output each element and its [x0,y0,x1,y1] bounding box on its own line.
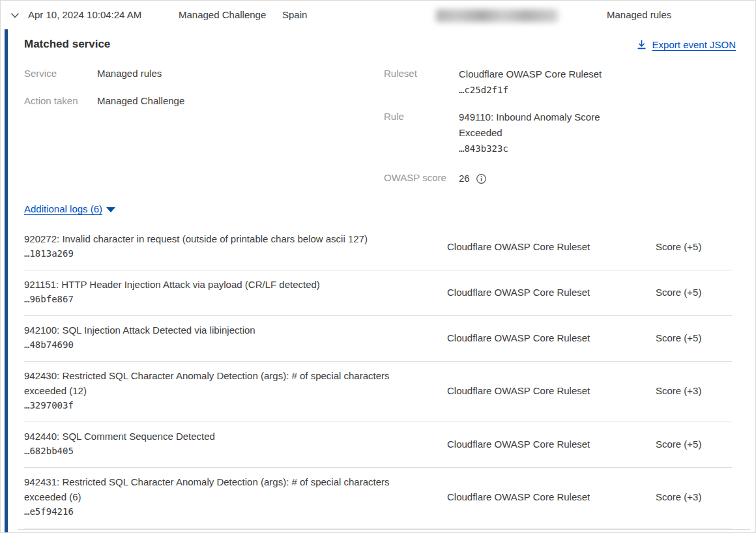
log-rule-description: 942440: SQL Comment Sequence Detected [24,429,421,444]
chevron-down-icon[interactable] [10,10,20,21]
log-rule-id-hash: …3297003f [24,398,421,413]
log-row: 942430: Restricted SQL Character Anomaly… [24,362,732,422]
log-rule-id-hash: …96bfe867 [24,292,421,307]
service-field: Service Managed rules [24,66,184,80]
service-label: Service [24,66,97,80]
next-row-divider [18,529,750,530]
log-score: Score (+3) [656,385,732,396]
panel-title: Matched service [24,38,110,51]
log-description-cell: 942100: SQL Injection Attack Detected vi… [24,323,447,353]
rule-label: Rule [384,109,459,156]
log-rule-id-hash: …48b74690 [24,338,421,353]
log-row: 921151: HTTP Header Injection Attack via… [24,270,732,316]
additional-logs-toggle[interactable]: Additional logs (6) [24,203,115,214]
log-row: 942100: SQL Injection Attack Detected vi… [24,316,732,362]
log-rule-description: 920272: Invalid character in request (ou… [24,231,421,246]
event-summary-row[interactable]: Apr 10, 2024 10:04:24 AM Managed Challen… [1,1,755,29]
log-rule-description: 942430: Restricted SQL Character Anomaly… [24,368,421,398]
ruleset-label: Ruleset [384,66,459,98]
action-taken-field: Action taken Managed Challenge [24,94,184,108]
log-rule-description: 942431: Restricted SQL Character Anomaly… [24,474,421,504]
log-description-cell: 920272: Invalid character in request (ou… [24,231,447,261]
rule-value: 949110: Inbound Anomaly Score Exceeded [459,111,600,138]
rule-field: Rule 949110: Inbound Anomaly Score Excee… [384,109,615,156]
log-score: Score (+5) [656,332,732,343]
log-ruleset-name: Cloudflare OWASP Core Ruleset [447,385,656,396]
owasp-score-label: OWASP score [384,171,459,186]
log-ruleset-name: Cloudflare OWASP Core Ruleset [447,491,656,502]
log-row: 920272: Invalid character in request (ou… [24,225,732,270]
log-score: Score (+5) [656,439,732,450]
additional-logs-table: 920272: Invalid character in request (ou… [24,225,732,528]
log-rule-description: 921151: HTTP Header Injection Attack via… [24,277,421,292]
log-ruleset-name: Cloudflare OWASP Core Ruleset [447,332,656,343]
event-country: Spain [282,9,307,20]
service-value: Managed rules [97,66,162,80]
log-rule-id-hash: …1813a269 [24,246,421,261]
additional-logs-label: Additional logs (6) [24,203,102,214]
caret-down-icon [106,207,115,212]
owasp-score-field: OWASP score 26 [384,171,615,186]
log-row: 942431: Restricted SQL Character Anomaly… [24,468,732,528]
log-description-cell: 942430: Restricted SQL Character Anomaly… [24,368,447,413]
event-timestamp: Apr 10, 2024 10:04:24 AM [28,9,141,20]
log-ruleset-name: Cloudflare OWASP Core Ruleset [447,241,656,252]
export-event-json-label: Export event JSON [652,39,736,50]
owasp-score-value: 26 [459,171,470,186]
event-service: Managed rules [607,9,671,20]
ruleset-value: Cloudflare OWASP Core Ruleset [459,68,602,79]
log-description-cell: 921151: HTTP Header Injection Attack via… [24,277,447,307]
ruleset-field: Ruleset Cloudflare OWASP Core Ruleset …c… [384,66,615,98]
log-rule-description: 942100: SQL Injection Attack Detected vi… [24,323,421,338]
log-description-cell: 942440: SQL Comment Sequence Detected …6… [24,429,447,459]
download-icon [636,39,647,50]
log-rule-id-hash: …e5f94216 [24,504,421,519]
details-right-column: Ruleset Cloudflare OWASP Core Ruleset …c… [384,66,615,200]
log-score: Score (+5) [656,287,732,298]
log-description-cell: 942431: Restricted SQL Character Anomaly… [24,474,447,519]
action-taken-value: Managed Challenge [97,94,184,108]
event-action: Managed Challenge [179,9,266,20]
ruleset-id-hash: …c25d2f1f [459,85,508,95]
log-rule-id-hash: …682bb405 [24,444,421,459]
export-event-json-link[interactable]: Export event JSON [636,39,736,50]
redacted-host-value [436,9,558,22]
log-ruleset-name: Cloudflare OWASP Core Ruleset [447,287,656,298]
action-taken-label: Action taken [24,94,97,108]
log-ruleset-name: Cloudflare OWASP Core Ruleset [447,439,656,450]
log-row: 942440: SQL Comment Sequence Detected …6… [24,422,732,468]
security-event-expanded-card: Apr 10, 2024 10:04:24 AM Managed Challen… [0,0,756,533]
selected-row-accent-bar [5,29,8,532]
rule-id-hash: …843b323c [459,143,508,154]
info-icon[interactable] [476,173,487,184]
log-score: Score (+3) [656,491,732,502]
details-left-column: Service Managed rules Action taken Manag… [24,66,184,121]
log-score: Score (+5) [656,241,732,252]
